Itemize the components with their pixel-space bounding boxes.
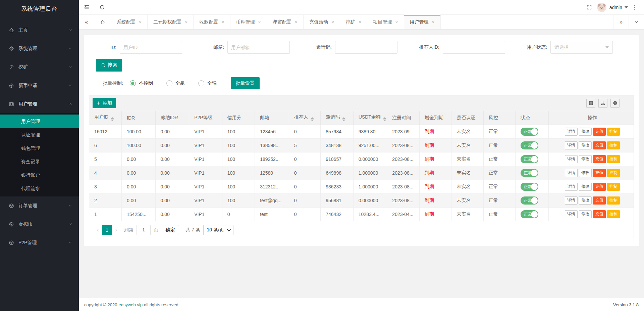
control-button[interactable]: 控制: [607, 183, 620, 191]
column-header[interactable]: USDT余额: [353, 111, 387, 125]
recharge-button[interactable]: 充值: [593, 196, 606, 205]
search-button[interactable]: 搜索: [96, 59, 122, 72]
username[interactable]: admin: [609, 5, 622, 10]
detail-button[interactable]: 详情: [565, 128, 578, 136]
recharge-button[interactable]: 充值: [593, 183, 606, 191]
sidebar-item[interactable]: 虚拟币: [0, 215, 79, 233]
prev-page-button[interactable]: ‹: [94, 226, 102, 233]
status-toggle[interactable]: 正常: [521, 128, 538, 136]
print-button[interactable]: [610, 99, 620, 108]
edit-button[interactable]: 修改: [579, 183, 592, 191]
close-icon[interactable]: ×: [295, 19, 298, 25]
tabs-scroll-left-button[interactable]: «: [79, 15, 94, 29]
close-icon[interactable]: ×: [139, 19, 142, 25]
close-icon[interactable]: ×: [432, 19, 435, 25]
detail-button[interactable]: 详情: [565, 141, 578, 149]
control-button[interactable]: 控制: [607, 128, 620, 136]
status-toggle[interactable]: 正常: [521, 196, 538, 205]
sidebar-item[interactable]: 主页: [0, 21, 79, 39]
detail-button[interactable]: 详情: [565, 210, 578, 218]
sidebar-subitem[interactable]: 认证管理: [0, 128, 79, 141]
confirm-page-button[interactable]: 确定: [162, 225, 179, 235]
page-number-input[interactable]: [137, 225, 151, 235]
close-icon[interactable]: ×: [221, 19, 224, 25]
status-toggle[interactable]: 正常: [521, 210, 538, 218]
recharge-button[interactable]: 充值: [593, 141, 606, 149]
refresh-icon[interactable]: [94, 0, 110, 15]
sidebar-item[interactable]: 系统管理: [0, 39, 79, 58]
tab-item[interactable]: 充值活动 ×: [304, 15, 340, 29]
detail-button[interactable]: 详情: [565, 155, 578, 163]
sidebar-item[interactable]: P2P管理: [0, 233, 79, 252]
status-toggle[interactable]: 正常: [521, 183, 538, 191]
batch-apply-button[interactable]: 批量设置: [231, 77, 260, 89]
home-tab[interactable]: [94, 15, 111, 29]
status-toggle[interactable]: 正常: [521, 169, 538, 177]
tab-item[interactable]: 系统配置 ×: [111, 15, 148, 29]
current-page-button[interactable]: 1: [102, 225, 112, 235]
edit-button[interactable]: 修改: [579, 169, 592, 177]
control-button[interactable]: 控制: [607, 141, 620, 149]
sort-icon[interactable]: [342, 117, 345, 121]
referrer-id-input[interactable]: [443, 41, 505, 54]
control-button[interactable]: 控制: [607, 155, 620, 163]
tab-item[interactable]: 收款配置 ×: [194, 15, 230, 29]
tab-item[interactable]: 项目管理 ×: [367, 15, 404, 29]
edit-button[interactable]: 修改: [579, 210, 592, 218]
next-page-button[interactable]: ›: [112, 226, 120, 233]
close-icon[interactable]: ×: [395, 19, 398, 25]
sidebar-item[interactable]: 挖矿: [0, 58, 79, 76]
sidebar-subitem[interactable]: 用户管理: [0, 115, 79, 128]
edit-button[interactable]: 修改: [579, 155, 592, 163]
batch-radio-option[interactable]: 不控制: [130, 80, 153, 86]
status-toggle[interactable]: 正常: [521, 141, 538, 149]
sort-icon[interactable]: [311, 117, 314, 121]
edit-button[interactable]: 修改: [579, 141, 592, 149]
control-button[interactable]: 控制: [607, 196, 620, 205]
detail-button[interactable]: 详情: [565, 196, 578, 205]
recharge-button[interactable]: 充值: [593, 155, 606, 163]
sort-icon[interactable]: [383, 117, 386, 121]
tab-item[interactable]: 币种管理 ×: [230, 15, 267, 29]
footer-link[interactable]: easyweb.vip: [118, 302, 143, 307]
sidebar-item[interactable]: 用户管理: [0, 95, 79, 113]
recharge-button[interactable]: 充值: [593, 128, 606, 136]
column-header[interactable]: 推荐人: [289, 111, 321, 125]
batch-radio-option[interactable]: 全赢: [166, 80, 185, 86]
sidebar-subitem[interactable]: 代理流水: [0, 182, 79, 195]
control-button[interactable]: 控制: [607, 169, 620, 177]
detail-button[interactable]: 详情: [565, 169, 578, 177]
close-icon[interactable]: ×: [359, 19, 361, 25]
email-input[interactable]: [227, 41, 290, 54]
tabs-scroll-right-button[interactable]: »: [613, 15, 629, 29]
control-button[interactable]: 控制: [607, 210, 620, 218]
recharge-button[interactable]: 充值: [593, 169, 606, 177]
fullscreen-icon[interactable]: [582, 0, 597, 15]
columns-button[interactable]: [586, 99, 595, 108]
add-button[interactable]: 添加: [93, 98, 116, 108]
tab-item[interactable]: 挖矿 ×: [340, 15, 367, 29]
export-button[interactable]: [598, 99, 607, 108]
page-size-select[interactable]: 10 条/页: [203, 225, 233, 235]
batch-radio-option[interactable]: 全输: [198, 80, 217, 86]
tab-item[interactable]: 用户管理 ×: [404, 15, 441, 29]
sidebar-item[interactable]: 新币申请: [0, 76, 79, 95]
id-input[interactable]: [120, 41, 182, 54]
close-icon[interactable]: ×: [185, 19, 187, 25]
user-status-select[interactable]: 请选择: [550, 41, 613, 54]
status-toggle[interactable]: 正常: [521, 155, 538, 163]
recharge-button[interactable]: 充值: [593, 210, 606, 218]
avatar[interactable]: [597, 3, 606, 12]
collapse-sidebar-icon[interactable]: [79, 0, 94, 15]
tabs-options-button[interactable]: [629, 15, 644, 29]
detail-button[interactable]: 详情: [565, 183, 578, 191]
edit-button[interactable]: 修改: [579, 196, 592, 205]
close-icon[interactable]: ×: [331, 19, 334, 25]
sidebar-subitem[interactable]: 钱包管理: [0, 141, 79, 155]
sidebar-subitem[interactable]: 银行账户: [0, 168, 79, 182]
sidebar-item[interactable]: 订单管理: [0, 196, 79, 215]
tab-item[interactable]: 弹窗配置 ×: [267, 15, 304, 29]
sidebar-subitem[interactable]: 资金记录: [0, 155, 79, 168]
close-icon[interactable]: ×: [258, 19, 261, 25]
column-header[interactable]: 邀请码: [321, 111, 354, 125]
